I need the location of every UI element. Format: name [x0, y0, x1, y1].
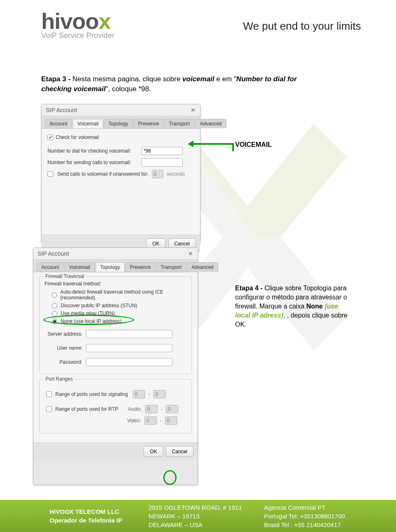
arrow-head [188, 141, 193, 147]
rtp-video-row: Video: - [46, 417, 186, 425]
radio-ice-label: Auto-detect firewall traversal method us… [60, 289, 186, 301]
server-address-input[interactable] [86, 330, 172, 338]
unanswered-seconds-input[interactable] [152, 170, 163, 178]
video-to-input[interactable] [165, 417, 177, 425]
tab-voicemail[interactable]: Voicemail [64, 262, 94, 272]
etapa4-paragraph: Etapa 4 - Clique sobre Topologia para co… [235, 284, 351, 329]
cancel-button[interactable]: Cancel [166, 446, 193, 457]
radio-stun-row: Discover public IP address (STUN) [52, 303, 186, 308]
password-input[interactable] [86, 358, 172, 366]
radio-stun-label: Discover public IP address (STUN) [61, 303, 137, 308]
footer-addr3: DELAWARE – USA [148, 520, 243, 529]
seconds-unit: seconds [167, 171, 185, 177]
etapa4-prefix: Etapa 4 - [235, 285, 264, 292]
sig-to-input[interactable] [153, 390, 166, 398]
dialog2-footer: OK Cancel [33, 443, 198, 460]
unanswered-checkbox[interactable] [47, 171, 53, 177]
tab-voicemail[interactable]: Voicemail [73, 119, 103, 128]
annotation-circle-ok [163, 470, 177, 485]
dialog1-tabs: Account Voicemail Topology Presence Tran… [42, 116, 200, 128]
tab-account[interactable]: Account [45, 119, 72, 128]
server-address-label: Server address: [45, 331, 82, 337]
footer-col1: HIVOOX TELECOM LLC Operador de Telefonía… [50, 507, 128, 525]
arrow-stem [193, 143, 234, 145]
tab-presence[interactable]: Presence [134, 119, 164, 128]
footer-addr1: 2915 OGLETOWN ROAD, # 1911 [148, 503, 243, 512]
server-address-row: Server address: [45, 330, 186, 338]
dialog1-body: ✔ Check for voicemail Number to dial for… [42, 128, 200, 235]
page-footer: HIVOOX TELECOM LLC Operador de Telefonía… [0, 500, 396, 532]
video-from-input[interactable] [144, 417, 157, 425]
user-name-input[interactable] [86, 344, 172, 352]
footer-ag3: Brasil Tel : +55 2140420417 [264, 520, 367, 529]
firewall-traversal-title: Firewall Traversal [44, 273, 86, 279]
radio-ice[interactable] [52, 292, 57, 298]
close-icon[interactable]: ✕ [188, 251, 193, 257]
signaling-range-checkbox[interactable] [46, 391, 52, 397]
audio-from-input[interactable] [145, 405, 158, 413]
etapa3-prefix: Etapa 3 - [41, 75, 73, 83]
radio-turn[interactable] [52, 311, 57, 316]
rtp-range-row: Range of ports used for RTP Audio: - [46, 405, 186, 413]
footer-company2: Operador de Telefonía IP [50, 516, 128, 525]
audio-to-input[interactable] [166, 405, 178, 413]
rtp-range-label: Range of ports used for RTP [55, 406, 120, 412]
tab-topology[interactable]: Topology [96, 262, 125, 272]
header-slogan: We put end to your limits [243, 20, 361, 33]
etapa3-p3: ", coloque *98. [106, 85, 151, 93]
num-send-input[interactable] [141, 158, 183, 167]
sig-from-input[interactable] [133, 390, 145, 398]
audio-label: Audio: [123, 406, 142, 412]
tab-transport[interactable]: Transport [164, 119, 194, 128]
footer-ag1: Agencia Comercial PT [264, 503, 367, 512]
close-icon[interactable]: ✕ [190, 107, 196, 113]
sip-account-voicemail-dialog: SIP Account ✕ Account Voicemail Topology… [41, 104, 200, 243]
tab-advanced[interactable]: Advanced [187, 262, 218, 272]
dash: - [161, 406, 163, 412]
footer-col3: Agencia Comercial PT Portugal Tel: +3513… [264, 503, 367, 529]
dialog2-title-bar: SIP Account ✕ [33, 248, 198, 260]
tab-topology[interactable]: Topology [104, 119, 133, 128]
logo-text: hivoo [41, 9, 99, 33]
dash: - [148, 391, 150, 397]
footer-ag2: Portugal Tel: +351308801700 [264, 512, 367, 520]
dialog2-tabs: Account Voicemail Topology Presence Tran… [33, 260, 198, 272]
voicemail-annotation: VOICEMAIL [235, 141, 272, 148]
etapa3-p2: e em " [214, 75, 236, 83]
check-voicemail-row: ✔ Check for voicemail [47, 134, 194, 140]
tab-presence[interactable]: Presence [125, 262, 156, 272]
logo-word: hivoox [41, 8, 115, 34]
port-ranges-fieldset: Port Ranges Range of ports used for sign… [39, 379, 192, 433]
radio-ice-row: Auto-detect firewall traversal method us… [52, 289, 186, 301]
page-header: hivoox VoiP Service Provider We put end … [0, 0, 396, 58]
arrow-drop [232, 143, 234, 151]
dash: - [160, 418, 162, 424]
user-name-label: User name: [45, 345, 82, 351]
method-label: Firewall traversal method: [45, 281, 186, 287]
radio-stun[interactable] [52, 303, 57, 308]
etapa4-nonebold: None [306, 303, 325, 310]
tab-advanced[interactable]: Advanced [195, 119, 226, 128]
signaling-range-label: Range of ports used for signaling [55, 391, 130, 397]
tab-account[interactable]: Account [37, 262, 64, 272]
num-send-label: Number for sending calls to voicemail: [47, 160, 138, 165]
footer-addr2: NEWARK – 19713 [148, 512, 243, 520]
firewall-traversal-fieldset: Firewall Traversal Firewall traversal me… [39, 276, 192, 374]
rtp-range-checkbox[interactable] [46, 406, 52, 412]
dialog2-title: SIP Account [38, 250, 69, 257]
logo: hivoox VoiP Service Provider [41, 8, 115, 40]
check-voicemail-label: Check for voicemail [56, 134, 99, 140]
etapa3-paragraph: Etapa 3 - Nesta mesma pagina, clique sob… [41, 74, 305, 94]
footer-col2: 2915 OGLETOWN ROAD, # 1911 NEWARK – 1971… [148, 503, 243, 529]
num-dial-label: Number to dial for checking voicemail: [47, 148, 138, 154]
footer-company1: HIVOOX TELECOM LLC [50, 507, 128, 516]
ok-button[interactable]: OK [144, 446, 163, 457]
dialog1-title: SIP Account [46, 107, 77, 113]
user-name-row: User name: [45, 344, 186, 352]
dialog1-title-bar: SIP Account ✕ [42, 104, 200, 116]
num-dial-input[interactable] [141, 147, 183, 155]
check-voicemail-checkbox[interactable]: ✔ [47, 134, 53, 140]
tab-transport[interactable]: Transport [156, 262, 186, 272]
sip-account-topology-dialog: SIP Account ✕ Account Voicemail Topology… [33, 247, 198, 485]
dialog2-body: Firewall Traversal Firewall traversal me… [33, 272, 198, 443]
